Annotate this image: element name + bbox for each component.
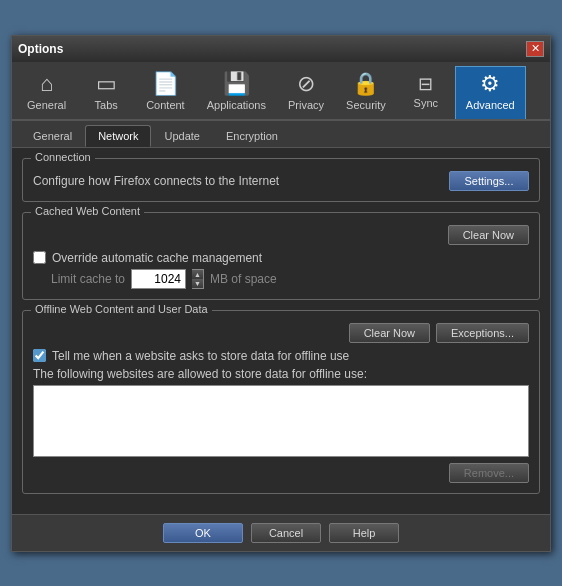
toolbar-item-privacy[interactable]: ⊘ Privacy <box>277 66 335 119</box>
tabs-icon: ▭ <box>96 73 117 95</box>
limit-cache-input[interactable] <box>131 269 186 289</box>
limit-cache-unit: MB of space <box>210 272 277 286</box>
toolbar-label-privacy: Privacy <box>288 99 324 111</box>
applications-icon: 💾 <box>223 73 250 95</box>
tell-me-checkbox[interactable] <box>33 349 46 362</box>
toolbar-label-security: Security <box>346 99 386 111</box>
subtab-update[interactable]: Update <box>151 125 212 147</box>
toolbar-item-tabs[interactable]: ▭ Tabs <box>77 66 135 119</box>
toolbar-item-content[interactable]: 📄 Content <box>135 66 196 119</box>
cached-clear-row: Clear Now <box>33 225 529 245</box>
cached-clear-button[interactable]: Clear Now <box>448 225 529 245</box>
cancel-button[interactable]: Cancel <box>251 523 321 543</box>
connection-group: Connection Configure how Firefox connect… <box>22 158 540 202</box>
limit-cache-label: Limit cache to <box>51 272 125 286</box>
toolbar-item-security[interactable]: 🔒 Security <box>335 66 397 119</box>
limit-cache-spinner: ▲ ▼ <box>192 269 204 289</box>
toolbar-label-tabs: Tabs <box>95 99 118 111</box>
limit-cache-row: Limit cache to ▲ ▼ MB of space <box>51 269 529 289</box>
offline-clear-row: Clear Now Exceptions... <box>33 323 529 343</box>
toolbar-label-applications: Applications <box>207 99 266 111</box>
remove-button[interactable]: Remove... <box>449 463 529 483</box>
bottom-bar: OK Cancel Help <box>12 514 550 551</box>
offline-clear-button[interactable]: Clear Now <box>349 323 430 343</box>
connection-description: Configure how Firefox connects to the In… <box>33 174 279 188</box>
help-button[interactable]: Help <box>329 523 399 543</box>
offline-exceptions-button[interactable]: Exceptions... <box>436 323 529 343</box>
toolbar-item-advanced[interactable]: ⚙ Advanced <box>455 66 526 119</box>
toolbar-label-sync: Sync <box>414 97 438 109</box>
toolbar-item-general[interactable]: ⌂ General <box>16 66 77 119</box>
subtabs: General Network Update Encryption <box>12 121 550 148</box>
offline-content-group: Offline Web Content and User Data Clear … <box>22 310 540 494</box>
tell-me-row: Tell me when a website asks to store dat… <box>33 349 529 363</box>
close-button[interactable]: ✕ <box>526 41 544 57</box>
spinner-up-button[interactable]: ▲ <box>192 270 203 279</box>
sync-icon: ⊟ <box>418 75 433 93</box>
toolbar: ⌂ General ▭ Tabs 📄 Content 💾 Application… <box>12 62 550 121</box>
settings-button[interactable]: Settings... <box>449 171 529 191</box>
toolbar-item-applications[interactable]: 💾 Applications <box>196 66 277 119</box>
subtab-network[interactable]: Network <box>85 125 151 147</box>
offline-desc: The following websites are allowed to st… <box>33 367 529 381</box>
offline-content-label: Offline Web Content and User Data <box>31 303 212 315</box>
content-area: Connection Configure how Firefox connect… <box>12 148 550 514</box>
connection-group-label: Connection <box>31 151 95 163</box>
toolbar-item-sync[interactable]: ⊟ Sync <box>397 66 455 119</box>
tell-me-label: Tell me when a website asks to store dat… <box>52 349 349 363</box>
options-window: Options ✕ ⌂ General ▭ Tabs 📄 Content 💾 A… <box>11 35 551 552</box>
override-cache-row: Override automatic cache management <box>33 251 529 265</box>
window-title: Options <box>18 42 63 56</box>
security-icon: 🔒 <box>352 73 379 95</box>
connection-row: Configure how Firefox connects to the In… <box>33 171 529 191</box>
cached-content-label: Cached Web Content <box>31 205 144 217</box>
advanced-icon: ⚙ <box>480 73 500 95</box>
offline-sites-list <box>33 385 529 457</box>
toolbar-label-general: General <box>27 99 66 111</box>
ok-button[interactable]: OK <box>163 523 243 543</box>
override-cache-checkbox[interactable] <box>33 251 46 264</box>
override-cache-label: Override automatic cache management <box>52 251 262 265</box>
general-icon: ⌂ <box>40 73 53 95</box>
cached-content-group: Cached Web Content Clear Now Override au… <box>22 212 540 300</box>
toolbar-label-advanced: Advanced <box>466 99 515 111</box>
title-bar: Options ✕ <box>12 36 550 62</box>
spinner-down-button[interactable]: ▼ <box>192 279 203 288</box>
toolbar-label-content: Content <box>146 99 185 111</box>
subtab-general[interactable]: General <box>20 125 85 147</box>
privacy-icon: ⊘ <box>297 73 315 95</box>
subtab-encryption[interactable]: Encryption <box>213 125 291 147</box>
content-icon: 📄 <box>152 73 179 95</box>
